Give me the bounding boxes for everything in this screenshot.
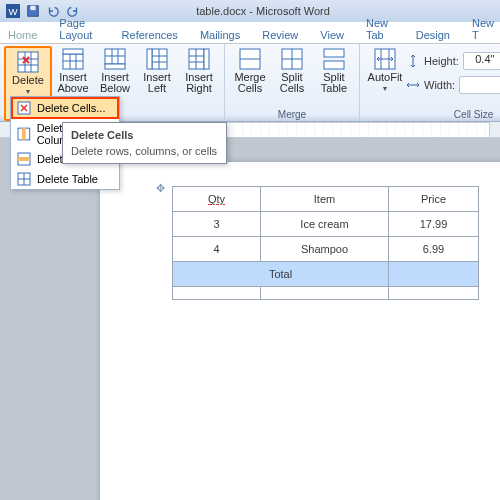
table-row xyxy=(173,287,479,300)
svg-rect-49 xyxy=(18,157,30,161)
tab-page-layout[interactable]: Page Layout xyxy=(53,15,105,43)
split-cells-label: Split Cells xyxy=(280,72,304,94)
cell-item[interactable]: Ice cream xyxy=(261,212,389,237)
table-header-row: Qty Item Price xyxy=(173,187,479,212)
group-merge-label: Merge xyxy=(225,109,359,120)
svg-rect-15 xyxy=(105,64,125,69)
svg-rect-25 xyxy=(204,49,209,69)
dropdown-arrow-icon: ▼ xyxy=(382,85,389,92)
delete-table-icon xyxy=(17,172,31,186)
tab-review[interactable]: Review xyxy=(256,27,304,43)
svg-text:W: W xyxy=(8,6,18,17)
tab-home[interactable]: Home xyxy=(2,27,43,43)
height-icon xyxy=(406,54,420,68)
svg-rect-20 xyxy=(147,49,152,69)
cell-price[interactable]: 6.99 xyxy=(389,237,479,262)
cell-empty[interactable] xyxy=(261,287,389,300)
cell-price[interactable]: 17.99 xyxy=(389,212,479,237)
delete-label: Delete xyxy=(12,75,44,86)
cell-qty[interactable]: 3 xyxy=(173,212,261,237)
table-anchor-icon[interactable]: ✥ xyxy=(156,182,165,195)
height-row: Height: 0.4"▲▼ xyxy=(406,50,500,72)
table-row: 3 Ice cream 17.99 xyxy=(173,212,479,237)
svg-rect-47 xyxy=(22,128,26,140)
tab-new-tab[interactable]: New Tab xyxy=(360,15,400,43)
autofit-label: AutoFit xyxy=(368,72,403,83)
save-icon[interactable] xyxy=(24,2,42,20)
delete-columns-icon xyxy=(17,127,31,141)
cell-total-label[interactable]: Total xyxy=(173,262,389,287)
tab-references[interactable]: References xyxy=(116,27,184,43)
tooltip-title: Delete Cells xyxy=(71,129,218,141)
insert-above-label: Insert Above xyxy=(57,72,88,94)
svg-rect-10 xyxy=(63,49,83,54)
document-area: ✥ Qty Item Price 3 Ice cream 17.99 4 Sha… xyxy=(0,138,500,500)
group-cell-size: AutoFit ▼ Height: 0.4"▲▼ Width: ▲▼ Distr… xyxy=(360,44,500,121)
insert-below-label: Insert Below xyxy=(100,72,130,94)
insert-right-label: Insert Right xyxy=(185,72,213,94)
window-title: table.docx - Microsoft Word xyxy=(56,5,470,17)
width-icon xyxy=(406,78,420,92)
width-input[interactable] xyxy=(459,76,500,94)
tooltip: Delete Cells Delete rows, columns, or ce… xyxy=(62,122,227,164)
cell-empty[interactable] xyxy=(389,287,479,300)
group-merge: Merge Cells Split Cells Split Table Merg… xyxy=(225,44,360,121)
header-price[interactable]: Price xyxy=(389,187,479,212)
word-icon[interactable]: W xyxy=(4,2,22,20)
ribbon-tabs: Home Page Layout References Mailings Rev… xyxy=(0,22,500,44)
height-label: Height: xyxy=(424,55,459,67)
menu-delete-table[interactable]: Delete Table xyxy=(11,169,119,189)
tab-view[interactable]: View xyxy=(314,27,350,43)
dropdown-arrow-icon: ▼ xyxy=(25,88,32,95)
tab-design[interactable]: Design xyxy=(410,27,456,43)
header-item[interactable]: Item xyxy=(261,187,389,212)
table-row: 4 Shampoo 6.99 xyxy=(173,237,479,262)
insert-left-button[interactable]: Insert Left xyxy=(136,46,178,121)
height-input[interactable]: 0.4" xyxy=(463,52,500,70)
merge-cells-label: Merge Cells xyxy=(234,72,265,94)
tab-new-tab-2[interactable]: New T xyxy=(466,15,500,43)
menu-delete-cells[interactable]: Delete Cells... xyxy=(11,97,119,119)
document-table[interactable]: Qty Item Price 3 Ice cream 17.99 4 Shamp… xyxy=(172,186,479,300)
table-total-row: Total xyxy=(173,262,479,287)
svg-rect-35 xyxy=(324,61,344,69)
delete-rows-icon xyxy=(17,152,31,166)
header-qty[interactable]: Qty xyxy=(173,187,261,212)
cell-qty[interactable]: 4 xyxy=(173,237,261,262)
delete-cells-icon xyxy=(17,101,31,115)
group-cellsize-label: Cell Size xyxy=(360,109,500,120)
insert-left-label: Insert Left xyxy=(143,72,171,94)
insert-right-button[interactable]: Insert Right xyxy=(178,46,220,121)
cell-empty[interactable] xyxy=(173,287,261,300)
width-row: Width: ▲▼ xyxy=(406,74,500,96)
cell-total-value[interactable] xyxy=(389,262,479,287)
svg-rect-3 xyxy=(30,6,35,10)
tab-mailings[interactable]: Mailings xyxy=(194,27,246,43)
cell-item[interactable]: Shampoo xyxy=(261,237,389,262)
tooltip-body: Delete rows, columns, or cells xyxy=(71,145,218,157)
menu-delete-table-label: Delete Table xyxy=(37,173,98,185)
split-table-label: Split Table xyxy=(321,72,347,94)
svg-rect-34 xyxy=(324,49,344,57)
menu-delete-cells-label: Delete Cells... xyxy=(37,102,105,114)
width-label: Width: xyxy=(424,79,455,91)
